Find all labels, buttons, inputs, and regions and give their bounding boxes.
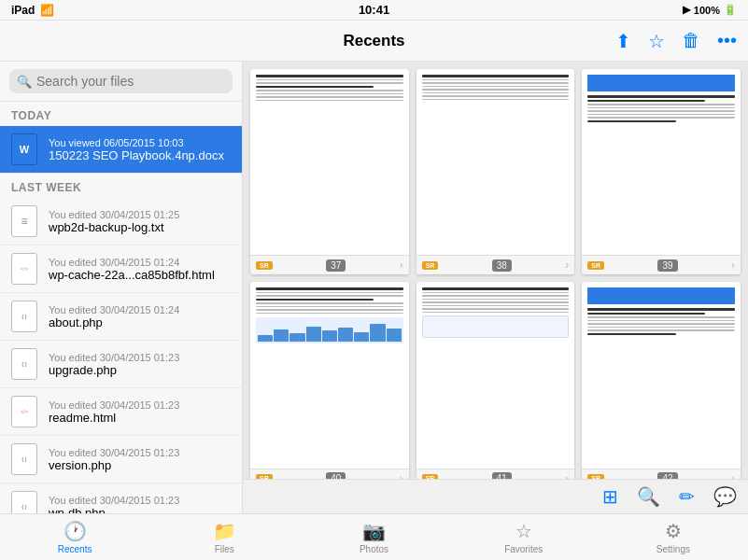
list-item[interactable]: You edited 30/04/2015 01:23readme.html	[0, 388, 242, 436]
page-line	[422, 287, 570, 290]
page-line	[587, 114, 735, 116]
toolbar-title: Recents	[343, 32, 404, 50]
page-line	[587, 329, 735, 331]
page-thumbnail[interactable]: SR37›	[250, 69, 409, 274]
page-number: 37	[326, 259, 346, 272]
page-nav-arrow[interactable]: ›	[565, 472, 569, 479]
chart-bar	[338, 328, 353, 343]
list-item[interactable]: You edited 30/04/2015 01:23version.php	[0, 436, 242, 483]
recents-tab-label: Recents	[58, 544, 92, 554]
share-icon[interactable]: ⬆	[615, 30, 631, 52]
page-line	[587, 313, 705, 315]
file-name: about.php	[49, 315, 233, 329]
page-nav-arrow[interactable]: ›	[400, 259, 403, 272]
main-content: 🔍 TODAYYou viewed 06/05/2015 10:03150223…	[0, 62, 748, 513]
file-name: readme.html	[49, 411, 233, 425]
page-thumbnail[interactable]: SR40›	[250, 282, 409, 479]
page-line	[422, 301, 570, 303]
list-item[interactable]: You edited 30/04/2015 01:23upgrade.php	[0, 341, 242, 388]
file-info: You edited 30/04/2015 01:23wp-db.php	[49, 495, 233, 514]
page-line	[256, 302, 403, 304]
favorites-tab-icon: ☆	[515, 520, 532, 542]
tab-item-recents[interactable]: 🕐Recents	[0, 514, 149, 560]
tab-item-photos[interactable]: 📷Photos	[299, 514, 448, 560]
page-footer: SR37›	[250, 255, 409, 274]
page-line	[256, 93, 403, 95]
page-logo: SR	[256, 474, 273, 479]
settings-tab-icon: ⚙	[665, 520, 682, 542]
page-line	[422, 308, 570, 310]
page-line	[256, 287, 403, 290]
page-thumbnail[interactable]: SR38›	[416, 69, 575, 274]
page-line	[422, 305, 570, 307]
star-icon[interactable]: ☆	[648, 30, 665, 52]
page-line	[587, 104, 735, 105]
page-line	[422, 79, 570, 81]
list-item[interactable]: You viewed 06/05/2015 10:03150223 SEO Pl…	[0, 126, 242, 174]
page-logo: SR	[587, 474, 604, 479]
search-input[interactable]	[36, 74, 225, 89]
page-image-block	[422, 315, 570, 338]
search-input-wrapper[interactable]: 🔍	[9, 69, 233, 93]
file-name: wp-cache-22a...ca85b8fbf.html	[49, 268, 233, 282]
page-line	[256, 100, 403, 102]
page-logo: SR	[256, 261, 273, 270]
search-bar: 🔍	[0, 62, 242, 102]
grid-view-icon[interactable]: ⊞	[602, 485, 618, 508]
page-footer: SR41›	[416, 469, 575, 479]
page-nav-arrow[interactable]: ›	[565, 259, 569, 272]
file-info: You edited 30/04/2015 01:23readme.html	[49, 399, 233, 425]
trash-icon[interactable]: 🗑	[682, 30, 700, 51]
more-icon[interactable]: •••	[717, 30, 737, 51]
file-icon	[9, 251, 39, 287]
page-nav-arrow[interactable]: ›	[400, 472, 403, 479]
tab-item-settings[interactable]: ⚙Settings	[599, 514, 748, 560]
edit-icon[interactable]: ✏	[679, 485, 695, 508]
page-line	[422, 95, 570, 97]
list-item[interactable]: You edited 30/04/2015 01:23wp-db.php	[0, 483, 242, 513]
sidebar-list: TODAYYou viewed 06/05/2015 10:03150223 S…	[0, 102, 242, 513]
page-nav-arrow[interactable]: ›	[731, 259, 735, 272]
tab-item-favorites[interactable]: ☆Favorites	[449, 514, 599, 560]
file-icon	[9, 346, 39, 382]
tab-item-files[interactable]: 📁Files	[149, 514, 299, 560]
page-line	[587, 117, 735, 119]
page-number: 42	[657, 472, 677, 479]
page-line	[256, 299, 374, 301]
list-item[interactable]: You edited 30/04/2015 01:24wp-cache-22a.…	[0, 245, 242, 293]
file-meta: You edited 30/04/2015 01:23	[49, 495, 233, 506]
list-item[interactable]: You edited 30/04/2015 01:25wpb2d-backup-…	[0, 198, 242, 245]
search-icon: 🔍	[17, 75, 32, 89]
page-number: 38	[492, 259, 512, 272]
wifi-icon: 📶	[40, 4, 54, 17]
page-thumbnail[interactable]: SR41›	[416, 282, 575, 479]
page-line	[256, 292, 403, 294]
page-content	[250, 69, 409, 255]
file-name: 150223 SEO Playbook.4np.docx	[49, 148, 233, 162]
file-icon	[9, 394, 39, 429]
page-nav-arrow[interactable]: ›	[731, 472, 735, 479]
file-icon	[9, 203, 39, 239]
page-line	[587, 110, 735, 112]
page-grid: SR37›SR38›SR39›SR40›SR41›SR42›SR43›SR44›…	[250, 69, 741, 479]
file-info: You viewed 06/05/2015 10:03150223 SEO Pl…	[49, 137, 233, 162]
page-thumbnail[interactable]: SR42›	[582, 282, 741, 479]
page-thumbnail[interactable]: SR39›	[582, 69, 741, 274]
preview-search-icon[interactable]: 🔍	[637, 485, 660, 508]
status-left: iPad 📶	[11, 4, 54, 17]
chart-bar	[258, 335, 273, 342]
file-info: You edited 30/04/2015 01:24about.php	[49, 304, 233, 329]
file-meta: You viewed 06/05/2015 10:03	[49, 137, 233, 148]
file-meta: You edited 30/04/2015 01:23	[49, 399, 233, 411]
chat-icon[interactable]: 💬	[713, 485, 737, 508]
favorites-tab-label: Favorites	[504, 544, 543, 554]
signal-icon: ▶	[683, 4, 690, 16]
page-line	[422, 75, 570, 77]
photos-tab-icon: 📷	[362, 520, 386, 542]
page-line	[422, 89, 570, 91]
file-meta: You edited 30/04/2015 01:24	[49, 304, 233, 315]
file-info: You edited 30/04/2015 01:24wp-cache-22a.…	[49, 257, 233, 282]
page-line	[422, 82, 570, 84]
list-item[interactable]: You edited 30/04/2015 01:24about.php	[0, 293, 242, 341]
page-number: 40	[326, 472, 346, 479]
